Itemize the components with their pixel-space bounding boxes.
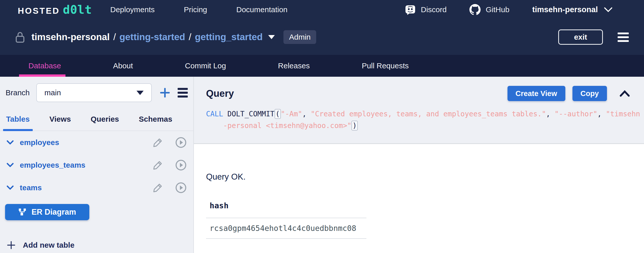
admin-role-badge: Admin [283,30,316,44]
result-column-header: hash [206,201,366,218]
sql-token-string: -personal <timsehn@yahoo.com>" [223,121,351,130]
sql-token-string: "-Am" [281,110,302,118]
discord-label: Discord [421,5,447,14]
tab-database[interactable]: Database [28,61,61,70]
table-row-actions [153,182,187,194]
table-name-link[interactable]: employees [20,138,59,147]
add-branch-button[interactable] [159,87,171,98]
query-actions: Create View Copy [507,86,630,101]
top-nav-right: Discord GitHub timsehn-personal [405,4,629,15]
sql-token-bracket: ) [351,121,358,131]
breadcrumb: timsehn-personal / getting-started / get… [15,30,316,44]
github-label: GitHub [486,5,509,14]
chevron-down-icon[interactable] [7,163,14,167]
breadcrumb-right: exit [558,29,629,45]
table-row-employees_teams: employees_teams [0,154,193,176]
content-area: Branch main TablesViewsQueriesSchemas em… [0,77,644,253]
branch-list-menu-icon[interactable] [178,88,188,98]
sql-token-string: "timsehn [606,110,640,118]
breadcrumb-deployment-link[interactable]: getting-started [120,32,185,42]
hosted-dolt-logo[interactable]: HOSTED d0lt [18,4,92,16]
lock-icon [15,31,25,43]
sql-token-plain: , [597,110,606,118]
sql-token-bracket: ( [275,109,281,119]
user-menu[interactable]: timsehn-personal [532,5,613,14]
sql-line: CALL DOLT_COMMIT("-Am", "Created employe… [206,108,630,120]
plus-icon [7,241,16,250]
sql-query-editor[interactable]: CALL DOLT_COMMIT("-Am", "Created employe… [206,108,630,132]
run-table-play-icon[interactable] [175,137,187,148]
hosted-dolt-app: HOSTED d0lt DeploymentsPricingDocumentat… [0,0,644,253]
chevron-down-icon[interactable] [7,185,14,190]
table-name-link[interactable]: employees_teams [20,161,86,169]
run-table-play-icon[interactable] [175,159,187,171]
sql-token-plain: , [302,110,311,118]
branch-select-value: main [44,88,61,97]
chevron-down-icon[interactable] [7,140,14,145]
discord-icon [405,4,416,15]
collapse-query-chevron-up-icon[interactable] [620,90,630,97]
edit-table-pencil-icon[interactable] [153,137,163,148]
select-caret-icon [137,91,144,95]
query-status-text: Query OK. [206,172,630,182]
breadcrumb-database-link[interactable]: getting_started [195,32,263,42]
sidebar-tab-schemas[interactable]: Schemas [139,115,172,131]
github-link[interactable]: GitHub [469,4,509,15]
breadcrumb-bar: timsehn-personal / getting-started / get… [0,19,644,55]
add-new-table-button[interactable]: Add new table [7,241,193,250]
branch-select[interactable]: main [36,83,152,102]
breadcrumb-separator: / [113,32,116,42]
breadcrumb-owner[interactable]: timsehn-personal [31,32,110,42]
run-table-play-icon[interactable] [175,182,187,194]
result-table-row: rcsa0gpm4654ehotl4c4c0uedbbnmc08 [206,218,366,239]
database-tab-bar: DatabaseAboutCommit LogReleasesPull Requ… [0,55,644,77]
edit-table-pencil-icon[interactable] [153,160,163,170]
er-diagram-icon [18,208,26,216]
top-nav-bar: HOSTED d0lt DeploymentsPricingDocumentat… [0,0,644,19]
hamburger-menu-icon[interactable] [618,33,629,42]
sql-token-plain: , [546,110,555,118]
top-nav-link-documentation[interactable]: Documentation [236,5,287,14]
result-table: hash rcsa0gpm4654ehotl4c4c0uedbbnmc08 [206,201,366,239]
query-header: Query Create View Copy [206,86,630,101]
table-row-teams: teams [0,176,193,199]
table-name-link[interactable]: teams [20,183,42,192]
breadcrumb-separator: / [189,32,191,42]
branch-label: Branch [6,88,30,97]
sidebar-tab-tables[interactable]: Tables [6,115,30,131]
table-list: employees employees_teams teams [0,131,193,199]
branch-selector-row: Branch main [0,83,193,102]
sidebar: Branch main TablesViewsQueriesSchemas em… [0,77,194,253]
tab-commit-log[interactable]: Commit Log [185,61,226,70]
sidebar-tab-views[interactable]: Views [49,115,71,131]
create-view-button[interactable]: Create View [507,86,565,101]
tab-releases[interactable]: Releases [278,61,310,70]
chevron-down-icon [604,7,613,12]
sql-token-string: "--author" [555,110,598,118]
discord-link[interactable]: Discord [405,4,447,15]
top-nav-link-pricing[interactable]: Pricing [184,5,207,14]
sql-token-keyword: CALL [206,110,227,118]
sql-token-plain [206,121,223,130]
query-section: Query Create View Copy CALL DOLT_COMMIT(… [194,77,644,144]
exit-button[interactable]: exit [558,29,603,45]
er-diagram-button[interactable]: ER Diagram [5,204,89,220]
table-row-actions [153,137,187,148]
database-dropdown-caret-icon[interactable] [268,35,275,39]
top-nav-links: DeploymentsPricingDocumentation [110,5,287,14]
top-nav-link-deployments[interactable]: Deployments [110,5,155,14]
query-title: Query [206,88,234,99]
table-row-actions [153,159,187,171]
edit-table-pencil-icon[interactable] [153,183,163,193]
tab-pull-requests[interactable]: Pull Requests [362,61,409,70]
sidebar-tab-queries[interactable]: Queries [91,115,119,131]
copy-button[interactable]: Copy [572,86,607,101]
logo-dolt-text: d0lt [63,4,92,15]
tab-about[interactable]: About [113,61,133,70]
github-icon [469,4,481,15]
sql-line: -personal <timsehn@yahoo.com>") [206,120,630,132]
add-new-table-label: Add new table [23,241,74,249]
sidebar-tabs: TablesViewsQueriesSchemas [0,115,193,131]
user-name: timsehn-personal [532,5,598,14]
active-tab-underline [19,74,65,77]
